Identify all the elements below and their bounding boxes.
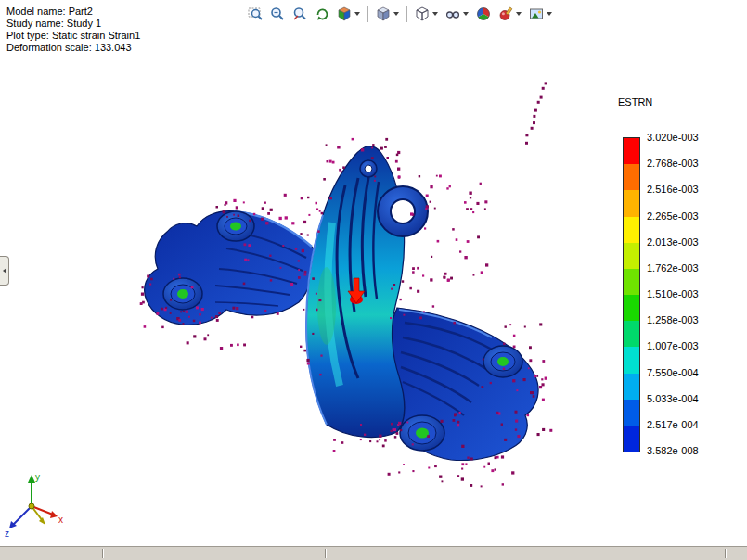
legend-color-segment [624,321,639,347]
model-name-text: Model name: Part2 [6,6,140,18]
zoom-in-out-button[interactable] [267,4,288,24]
deformation-scale-text: Deformation scale: 133.043 [6,42,140,54]
legend-tick-label: 2.265e-003 [647,210,699,222]
zoom-to-area-icon [248,6,263,21]
status-bar-divider [325,549,327,558]
view-toolbar [244,3,556,25]
triad-y-label: y [35,472,40,482]
legend-tick-label: 3.020e-003 [647,132,699,143]
legend-color-segment [624,269,639,295]
study-name-text: Study name: Study 1 [6,18,140,30]
dropdown-arrow-icon[interactable] [516,12,522,16]
graphics-area[interactable]: Model name: Part2 Study name: Study 1 Pl… [0,0,747,560]
zoom-in-out-icon [270,6,285,21]
dropdown-arrow-icon[interactable] [463,12,469,16]
triad-x-label: x [58,515,63,525]
zoom-to-selection-button[interactable] [290,4,310,24]
legend-tick-label: 2.768e-003 [647,158,699,169]
legend-tick-label: 2.516e-003 [647,184,699,195]
dropdown-arrow-icon[interactable] [354,12,360,16]
dropdown-arrow-icon[interactable] [393,12,399,16]
view-orientation-icon [376,6,391,21]
legend-tick-label: 1.258e-003 [647,314,699,325]
legend-color-segment [624,190,639,216]
dropdown-arrow-icon[interactable] [432,12,438,16]
display-style-icon [415,6,430,21]
view-orientation-button[interactable] [373,4,402,24]
display-style-button[interactable] [412,4,441,24]
standard-views-icon [337,6,352,21]
plot-info-block: Model name: Part2 Study name: Study 1 Pl… [6,6,140,54]
scene-settings-icon [529,6,544,21]
apply-scene-icon [476,6,491,21]
hide-show-items-icon [445,6,460,21]
legend-tick-label: 1.007e-003 [647,340,699,351]
rotate-view-icon [315,6,329,21]
toolbar-separator [406,6,407,22]
strain-legend: ESTRN 3.020e-0032.768e-0032.516e-0032.26… [616,96,742,467]
legend-color-segment [624,138,639,164]
apply-scene-button[interactable] [473,4,494,24]
right-arm [384,308,538,461]
rotate-view-button[interactable] [312,4,332,24]
legend-title: ESTRN [618,96,652,108]
legend-color-segment [624,347,639,373]
legend-color-segment [624,243,639,269]
status-bar-divider [725,549,727,558]
zoom-to-area-button[interactable] [245,4,265,24]
triad-z-label: z [5,528,9,539]
standard-views-button[interactable] [334,4,363,24]
status-bar [0,546,747,560]
legend-tick-label: 1.510e-003 [647,288,699,299]
legend-color-segment [624,217,639,243]
left-arm [145,211,315,325]
legend-color-segment [624,164,639,190]
orientation-triad: y x z [2,467,71,541]
hide-show-items-button[interactable] [443,4,471,24]
legend-tick-label: 2.517e-004 [647,419,699,430]
legend-color-segment [624,426,639,452]
legend-tick-label: 7.550e-004 [647,367,699,378]
legend-tick-label: 1.762e-003 [647,262,699,274]
edit-appearance-icon [498,6,513,21]
status-bar-divider [102,549,104,558]
legend-color-segment [624,400,639,426]
collapsed-panel-tab[interactable] [0,256,9,286]
legend-tick-label: 5.033e-004 [647,393,699,404]
legend-color-bar [623,137,640,452]
legend-color-segment [624,374,639,400]
legend-color-segment [624,295,639,321]
scene-settings-button[interactable] [526,4,555,24]
legend-tick-label: 2.013e-003 [647,236,699,248]
legend-tick-label: 3.582e-008 [647,445,699,456]
toolbar-separator [367,6,368,22]
plot-type-text: Plot type: Static strain Strain1 [6,30,140,42]
edit-appearance-button[interactable] [496,4,524,24]
zoom-to-selection-icon [292,6,307,21]
dropdown-arrow-icon[interactable] [547,12,552,16]
